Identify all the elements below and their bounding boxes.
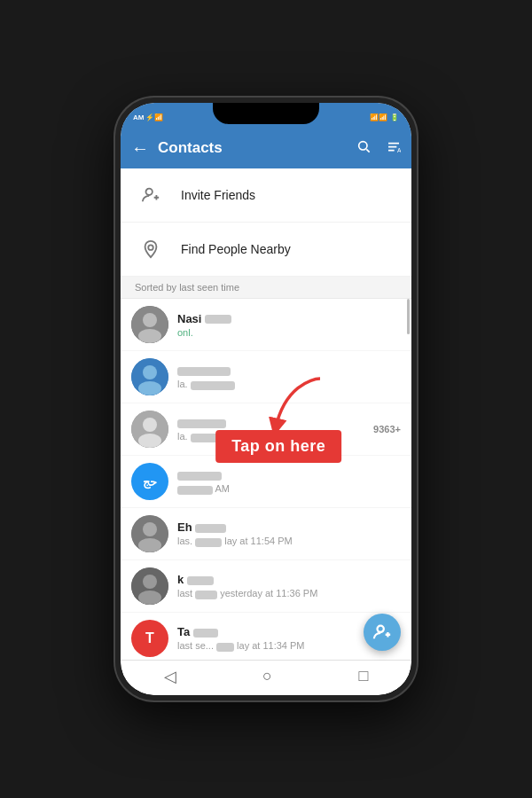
contact-name: k xyxy=(177,573,401,586)
invite-friends-label: Invite Friends xyxy=(181,188,255,202)
svg-point-14 xyxy=(143,365,157,379)
contact-info: la. xyxy=(177,416,364,442)
invite-friends-icon xyxy=(135,179,167,211)
phone-screen: AM ⚡📶 📶📶 🔋 ← Contacts xyxy=(121,103,411,695)
avatar: حج xyxy=(131,463,168,500)
list-item[interactable]: Nasi onl. xyxy=(121,299,411,351)
svg-point-12 xyxy=(138,329,161,343)
contact-badge: 9363+ xyxy=(373,424,401,434)
add-contact-fab[interactable] xyxy=(364,614,401,651)
contact-info: Eh las. lay at 11:54 PM xyxy=(177,520,401,546)
find-nearby-icon xyxy=(135,233,167,265)
svg-point-17 xyxy=(143,418,157,432)
page-title: Contacts xyxy=(158,139,340,157)
nav-home-button[interactable]: ○ xyxy=(262,667,272,685)
nav-recents-button[interactable]: □ xyxy=(358,667,368,685)
status-time: AM ⚡📶 xyxy=(133,113,163,121)
svg-text:A: A xyxy=(397,147,401,153)
contact-name xyxy=(177,416,364,429)
svg-point-15 xyxy=(138,381,161,395)
sort-icon[interactable]: A xyxy=(387,140,401,156)
contacts-header: ← Contacts A xyxy=(121,128,411,168)
avatar xyxy=(131,567,168,605)
invite-friends-item[interactable]: Invite Friends xyxy=(121,168,411,223)
avatar xyxy=(131,306,168,343)
contacts-list: Nasi onl. la. xyxy=(121,299,411,660)
svg-point-11 xyxy=(143,313,157,327)
contact-info: la. xyxy=(177,364,401,389)
contact-info: AM xyxy=(177,468,401,494)
svg-point-6 xyxy=(146,189,153,195)
find-nearby-label: Find People Nearby xyxy=(181,242,291,256)
contact-status: la. xyxy=(177,431,364,442)
status-icons: 📶📶 🔋 xyxy=(370,113,399,121)
svg-point-0 xyxy=(359,142,367,150)
svg-point-9 xyxy=(148,245,153,250)
svg-point-21 xyxy=(138,538,161,552)
contact-name: Nasi xyxy=(177,312,401,325)
bottom-bar: ◁ ○ □ xyxy=(121,660,411,695)
list-item[interactable]: k last yesterday at 11:36 PM xyxy=(121,560,411,613)
contact-status: onl. xyxy=(177,327,401,338)
contact-name xyxy=(177,468,401,481)
contact-name: Eh xyxy=(177,520,401,534)
notch xyxy=(213,103,319,124)
contact-name xyxy=(177,364,401,377)
contact-status: AM xyxy=(177,483,401,494)
contact-status: last yesterday at 11:36 PM xyxy=(177,588,401,598)
nav-back-button[interactable]: ◁ xyxy=(164,667,176,686)
svg-point-24 xyxy=(138,591,161,605)
contact-status: la. xyxy=(177,379,401,389)
avatar xyxy=(131,515,168,552)
contact-info: k last yesterday at 11:36 PM xyxy=(177,573,401,598)
section-header: Sorted by last seen time xyxy=(121,277,411,299)
list-item[interactable]: حج AM xyxy=(121,456,411,508)
search-icon[interactable] xyxy=(356,139,371,157)
contact-status: las. lay at 11:54 PM xyxy=(177,536,401,546)
svg-point-18 xyxy=(138,434,161,448)
list-item[interactable]: la. 9363+ xyxy=(121,403,411,456)
avatar xyxy=(131,411,168,448)
avatar: T xyxy=(131,620,168,657)
back-button[interactable]: ← xyxy=(131,138,149,159)
svg-line-1 xyxy=(366,149,369,152)
avatar xyxy=(131,358,168,395)
svg-point-20 xyxy=(143,522,157,536)
svg-point-23 xyxy=(143,575,157,589)
find-people-nearby-item[interactable]: Find People Nearby xyxy=(121,223,411,277)
svg-point-29 xyxy=(378,626,384,632)
list-item[interactable]: Eh las. lay at 11:54 PM xyxy=(121,508,411,560)
list-item[interactable]: la. xyxy=(121,351,411,403)
contact-info: Nasi onl. xyxy=(177,312,401,338)
phone-frame: AM ⚡📶 📶📶 🔋 ← Contacts xyxy=(115,98,417,700)
